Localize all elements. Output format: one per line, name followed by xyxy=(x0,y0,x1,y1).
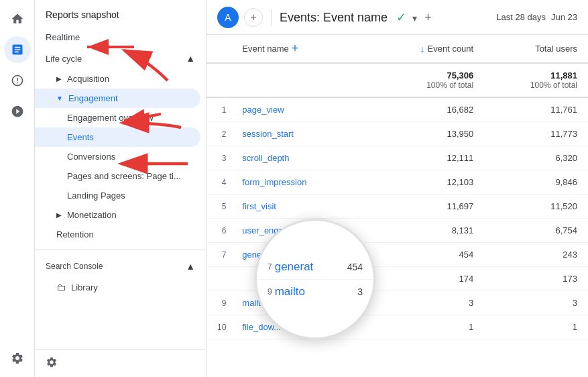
engagement-overview-label: Engagement overview xyxy=(67,113,154,123)
sidebar-item-landing-pages[interactable]: Landing Pages xyxy=(35,186,200,205)
nav-reports[interactable] xyxy=(4,36,31,63)
sidebar-item-library[interactable]: 🗀 Library xyxy=(35,277,206,297)
sidebar-item-conversions[interactable]: Conversions xyxy=(35,147,200,166)
library-label: Library xyxy=(71,282,98,292)
mag-row-num-7: 7 xyxy=(268,262,272,272)
nav-home[interactable] xyxy=(4,5,31,32)
table-row: 3 scroll_depth 12,111 6,320 xyxy=(207,146,588,170)
row-num-9: 9 xyxy=(207,291,231,315)
nav-advertising[interactable] xyxy=(4,98,31,125)
event-link-2[interactable]: session_start xyxy=(242,129,294,139)
sidebar-header: Reports snapshot xyxy=(35,0,206,27)
row-event-count-10: 1 xyxy=(371,315,484,339)
avatar-button[interactable]: A xyxy=(217,7,239,28)
sort-arrow-icon: ↓ xyxy=(420,44,425,54)
row-users-10: 1 xyxy=(484,315,588,339)
row-num-6: 6 xyxy=(207,219,231,243)
search-console-section: Search Console ▲ xyxy=(35,256,206,277)
sidebar-item-realtime[interactable]: Realtime xyxy=(35,27,200,48)
monetization-label: Monetization xyxy=(67,210,117,220)
col-total-users-header[interactable]: Total users xyxy=(484,35,588,63)
table-row: 4 form_impression 12,103 9,846 xyxy=(207,170,588,195)
event-link-5[interactable]: first_visit xyxy=(242,201,276,211)
acquisition-triangle: ▶ xyxy=(56,75,62,83)
row-event-name-2[interactable]: session_start xyxy=(231,122,370,146)
row-event-name-5[interactable]: first_visit xyxy=(231,195,370,219)
mag-count-9: 3 xyxy=(357,286,363,297)
mag-count-7: 454 xyxy=(347,262,363,272)
sidebar-item-retention[interactable]: Retention xyxy=(35,225,200,244)
row-users-7: 243 xyxy=(484,243,588,267)
row-event-name-4[interactable]: form_impression xyxy=(231,170,370,195)
event-link-1[interactable]: page_view xyxy=(242,105,284,115)
totals-row: 75,306 100% of total 11,881 100% of tota… xyxy=(207,63,588,97)
row-event-count-4: 12,103 xyxy=(371,170,484,195)
row-users-8: 173 xyxy=(484,267,588,291)
search-console-chevron: ▲ xyxy=(186,261,195,272)
landing-pages-label: Landing Pages xyxy=(67,191,125,201)
mag-event-link-9[interactable]: mailto xyxy=(275,285,305,299)
sidebar-item-engagement-overview[interactable]: Engagement overview xyxy=(35,108,200,127)
add-comparison-button[interactable]: + xyxy=(244,8,263,27)
table-row: 1 page_view 16,682 11,761 xyxy=(207,97,588,122)
date: Jun 23 xyxy=(551,12,577,22)
row-users-6: 6,754 xyxy=(484,219,588,243)
realtime-label: Realtime xyxy=(46,32,80,42)
nav-explore[interactable] xyxy=(4,67,31,94)
page-title: Events: Event name ✓ ▾ + xyxy=(280,10,491,25)
row-event-count-6: 8,131 xyxy=(371,219,484,243)
add-metric-button[interactable]: + xyxy=(424,11,432,24)
magnify-content: 7 generat 454 9 mailto 3 xyxy=(257,255,373,304)
retention-label: Retention xyxy=(56,229,94,239)
totals-row-num xyxy=(207,63,231,97)
conversions-label: Conversions xyxy=(67,152,115,162)
nav-settings[interactable] xyxy=(4,345,31,372)
status-icon: ✓ xyxy=(396,11,406,24)
row-users-1: 11,761 xyxy=(484,97,588,122)
mag-row-num-9: 9 xyxy=(268,287,272,297)
top-bar: A + Events: Event name ✓ ▾ + Last 28 day… xyxy=(207,0,588,35)
row-event-count-1: 16,682 xyxy=(371,97,484,122)
row-num-8 xyxy=(207,267,231,291)
event-link-3[interactable]: scroll_depth xyxy=(242,153,289,163)
table-row: 6 user_engagement 8,131 6,754 xyxy=(207,219,588,243)
date-range: Last 28 days xyxy=(496,12,546,22)
folder-icon: 🗀 xyxy=(56,282,66,292)
events-label: Events xyxy=(67,132,94,142)
sidebar-divider xyxy=(35,250,206,250)
row-event-count-9: 3 xyxy=(371,291,484,315)
sidebar-item-acquisition[interactable]: ▶ Acquisition xyxy=(35,69,200,89)
row-event-name-3[interactable]: scroll_depth xyxy=(231,146,370,170)
dropdown-arrow-icon[interactable]: ▾ xyxy=(412,13,417,23)
lifecycle-label: Life cycle xyxy=(46,54,82,64)
table-row: 5 first_visit 11,697 11,520 xyxy=(207,195,588,219)
settings-gear-icon xyxy=(46,356,58,370)
sidebar-item-monetization[interactable]: ▶ Monetization xyxy=(35,205,200,225)
settings-row[interactable] xyxy=(35,349,206,377)
icon-rail xyxy=(0,0,35,377)
monetization-triangle: ▶ xyxy=(56,211,62,219)
totals-row-label xyxy=(231,63,370,97)
row-event-count-8: 174 xyxy=(371,267,484,291)
row-num-4: 4 xyxy=(207,170,231,195)
row-num-5: 5 xyxy=(207,195,231,219)
event-link-4[interactable]: form_impression xyxy=(242,177,306,187)
row-users-4: 9,846 xyxy=(484,170,588,195)
col-event-name-header: Event name + xyxy=(231,35,370,63)
row-num-7: 7 xyxy=(207,243,231,267)
table-row: 10 file_dow... 1 1 xyxy=(207,315,588,339)
acquisition-label: Acquisition xyxy=(67,74,109,84)
top-bar-controls: Last 28 days Jun 23 xyxy=(496,12,577,22)
lifecycle-section[interactable]: Life cycle ▲ xyxy=(35,48,206,69)
row-users-5: 11,520 xyxy=(484,195,588,219)
sidebar-item-engagement[interactable]: ▼ Engagement xyxy=(35,89,200,108)
sidebar-item-events[interactable]: Events xyxy=(35,127,200,147)
row-event-count-7: 454 xyxy=(371,243,484,267)
row-event-name-1[interactable]: page_view xyxy=(231,97,370,122)
add-column-button[interactable]: + xyxy=(292,42,299,56)
col-event-count-header[interactable]: ↓ Event count xyxy=(371,35,484,63)
sidebar-item-pages-screens[interactable]: Pages and screens: Page ti... xyxy=(35,166,200,186)
mag-event-link-7[interactable]: generat xyxy=(275,260,314,274)
main-content: A + Events: Event name ✓ ▾ + Last 28 day… xyxy=(207,0,588,377)
lifecycle-chevron: ▲ xyxy=(186,53,195,64)
